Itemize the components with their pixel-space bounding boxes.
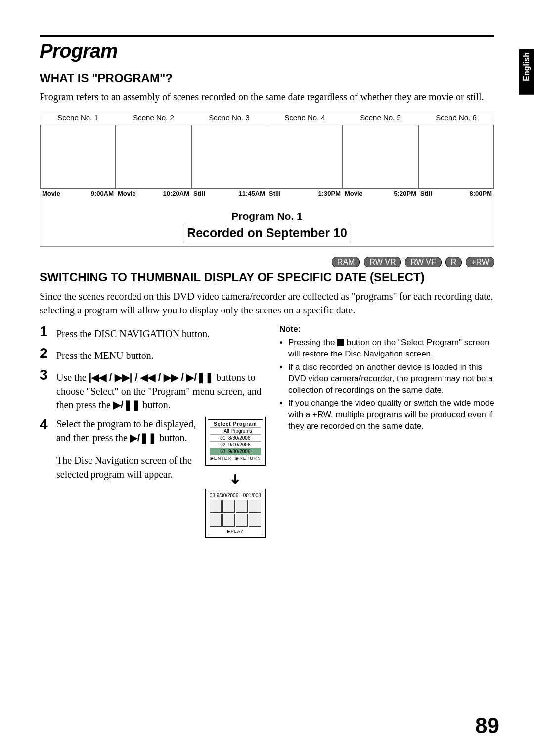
program-number-label: Program No. 1 xyxy=(40,210,494,222)
page-title: Program xyxy=(40,40,494,62)
note-item: If a disc recorded on another device is … xyxy=(288,362,494,396)
scene-type: Still xyxy=(269,190,281,197)
steps-column: 1 Press the DISC NAVIGATION button. 2 Pr… xyxy=(40,324,266,546)
step2-text: Press the MENU button. xyxy=(56,346,154,362)
media-badge-row: RAM RW VR RW VF R +RW xyxy=(40,257,494,267)
scene-label: Scene No. 5 xyxy=(343,111,418,125)
step-number: 3 xyxy=(40,367,52,382)
play-pause-icon: ▶/❚❚ xyxy=(130,432,157,443)
nav-buttons-icon: |◀◀ / ▶▶| / ◀◀ / ▶▶ / ▶/❚❚ xyxy=(89,372,214,383)
scene-thumb xyxy=(191,125,267,189)
screen-nav-header: 03 9/30/2006001/008 xyxy=(210,492,261,499)
play-pause-icon: ▶/❚❚ xyxy=(113,400,140,410)
screen-footer: ▶PLAY xyxy=(210,528,261,534)
media-badge: +RW xyxy=(466,257,494,267)
page-number: 89 xyxy=(475,713,499,738)
scene-thumb xyxy=(116,125,191,189)
arrow-down-icon: ➜ xyxy=(228,473,242,484)
scene-thumb xyxy=(343,125,418,189)
top-rule xyxy=(40,35,494,37)
screen-thumb-grid xyxy=(210,500,261,527)
screen-list-item: 01 8/30/2006 xyxy=(210,434,261,441)
section1-body: Program refers to an assembly of scenes … xyxy=(40,90,494,104)
scene-time: 9:00AM xyxy=(91,190,114,197)
scene-type: Movie xyxy=(42,190,60,197)
media-badge: RAM xyxy=(332,257,360,267)
screen-select-title: Select Program xyxy=(210,421,261,427)
scene-thumb xyxy=(418,125,494,189)
section2-heading: SWITCHING TO THUMBNAIL DISPLAY OF SPECIF… xyxy=(40,270,494,284)
step3-text: Use the |◀◀ / ▶▶| / ◀◀ / ▶▶ / ▶/❚❚ butto… xyxy=(56,367,266,412)
scene-time: 10:20AM xyxy=(163,190,189,197)
section1-heading: WHAT IS "PROGRAM"? xyxy=(40,71,494,85)
scene-type: Movie xyxy=(345,190,363,197)
scene-time: 1:30PM xyxy=(318,190,341,197)
section2-body: Since the scenes recorded on this DVD vi… xyxy=(40,289,494,317)
scene-label: Scene No. 4 xyxy=(267,111,343,125)
recorded-date-label: Recorded on September 10 xyxy=(183,224,351,242)
program-diagram: Scene No. 1 Scene No. 2 Scene No. 3 Scen… xyxy=(40,111,494,247)
step1-text: Press the DISC NAVIGATION button. xyxy=(56,324,210,341)
screen-examples: Select Program All Programs 01 8/30/2006… xyxy=(205,417,266,541)
stop-button-icon xyxy=(337,339,344,346)
scene-type: Still xyxy=(193,190,205,197)
step-number: 2 xyxy=(40,346,52,360)
scene-time: 11:45AM xyxy=(239,190,265,197)
scene-thumb xyxy=(267,125,343,189)
scene-label: Scene No. 2 xyxy=(116,111,191,125)
screen-list-all: All Programs xyxy=(210,427,261,434)
step4-follow: The Disc Navigation screen of the select… xyxy=(56,453,198,481)
step-number: 1 xyxy=(40,324,52,339)
media-badge: R xyxy=(445,257,462,267)
note-heading: Note: xyxy=(279,324,494,335)
scene-label: Scene No. 3 xyxy=(191,111,267,125)
scene-time: 8:00PM xyxy=(469,190,492,197)
scene-time: 5:20PM xyxy=(394,190,416,197)
scene-thumb xyxy=(40,125,116,189)
media-badge: RW VF xyxy=(405,257,441,267)
scene-type: Movie xyxy=(118,190,136,197)
scene-label: Scene No. 1 xyxy=(40,111,116,125)
scene-type: Still xyxy=(420,190,432,197)
step4-text: Select the program to be displayed, and … xyxy=(56,417,198,445)
scene-label: Scene No. 6 xyxy=(418,111,494,125)
screen-list-item: 02 9/10/2006 xyxy=(210,441,261,448)
step-number: 4 xyxy=(40,417,52,432)
note-column: Note: Pressing the button on the "Select… xyxy=(279,324,494,546)
screen-list-item-selected: 03 9/30/2006 xyxy=(210,448,261,455)
screen-footer: ◉ENTER ◉RETURN xyxy=(210,455,261,462)
language-tab: English xyxy=(519,49,534,95)
media-badge: RW VR xyxy=(364,257,401,267)
note-item: Pressing the button on the "Select Progr… xyxy=(288,337,494,360)
note-item: If you change the video quality or switc… xyxy=(288,398,494,432)
